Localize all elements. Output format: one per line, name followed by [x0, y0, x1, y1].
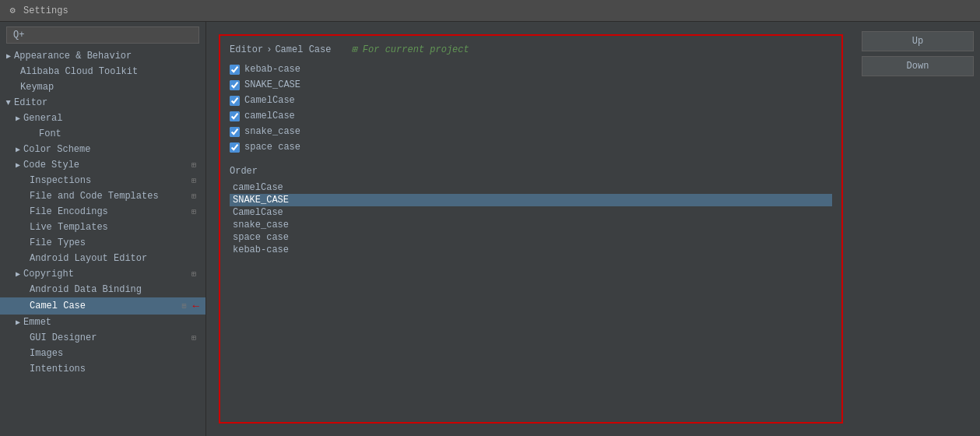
arrow-icon: ▶	[16, 145, 20, 154]
sidebar-item-color-scheme[interactable]: ▶Color Scheme	[0, 142, 205, 157]
settings-icon: ⚙	[6, 5, 19, 17]
sidebar-item-alibaba[interactable]: Alibaba Cloud Toolkit	[0, 64, 205, 79]
title-bar: ⚙ Settings	[0, 0, 980, 22]
checkbox-label-snake-case-upper: SNAKE_CASE	[244, 79, 300, 90]
sidebar-item-images[interactable]: Images	[0, 346, 205, 361]
sidebar-item-file-code-templates[interactable]: File and Code Templates⊞	[0, 188, 205, 204]
sidebar-label: Copyright	[23, 269, 74, 280]
panel-container: Editor › Camel Case ⊞ For current projec…	[206, 22, 855, 436]
checkbox-item-snake-case-upper: SNAKE_CASE	[230, 79, 832, 91]
arrow-icon: ▶	[16, 160, 20, 170]
checkbox-space-case[interactable]	[230, 142, 240, 153]
sidebar-label: General	[23, 113, 62, 124]
sidebar-label: Appearance & Behavior	[14, 51, 132, 62]
order-item-order-snake-upper[interactable]: SNAKE_CASE	[230, 194, 832, 206]
sidebar-item-keymap[interactable]: Keymap	[0, 79, 205, 95]
sidebar-label: Camel Case	[30, 301, 86, 311]
checkbox-item-snake-case-lower: snake_case	[230, 125, 832, 138]
sidebar-label: Keymap	[20, 82, 54, 93]
sidebar-item-file-encodings[interactable]: File Encodings⊞	[0, 204, 205, 220]
project-note: ⊞ For current project	[351, 44, 469, 55]
checkbox-item-camel-case-lower: camelCase	[230, 110, 832, 122]
sidebar-label: Code Style	[23, 160, 79, 171]
checkbox-camel-case-lower[interactable]	[230, 111, 240, 121]
content-wrapper: Editor › Camel Case ⊞ For current projec…	[206, 22, 980, 436]
order-item-order-snake-lower[interactable]: snake_case	[230, 219, 832, 231]
arrow-icon: ▶	[16, 114, 20, 123]
sidebar-label: Images	[30, 348, 63, 359]
sidebar-label: Inspections	[30, 175, 91, 186]
down-button[interactable]: Down	[862, 56, 974, 76]
checkbox-snake-case-lower[interactable]	[230, 127, 240, 137]
order-item-order-camel-lower[interactable]: camelCase	[230, 181, 832, 194]
sidebar-label: File and Code Templates	[30, 191, 159, 202]
breadcrumb-page: Camel Case	[275, 44, 331, 55]
sidebar-label: Android Data Binding	[30, 284, 142, 295]
breadcrumb-editor: Editor	[230, 44, 263, 55]
sidebar-item-appearance[interactable]: ▶Appearance & Behavior	[0, 48, 205, 64]
sidebar-item-file-types[interactable]: File Types	[0, 235, 205, 251]
up-button[interactable]: Up	[862, 31, 974, 51]
sidebar-label: File Encodings	[30, 206, 108, 217]
sidebar-item-camel-case[interactable]: Camel Case⊞←	[0, 297, 205, 315]
sidebar: ▶Appearance & BehaviorAlibaba Cloud Tool…	[0, 22, 206, 436]
page-icon: ⊞	[188, 175, 199, 186]
sidebar-item-android-data-binding[interactable]: Android Data Binding	[0, 282, 205, 297]
checkboxes-container: kebab-caseSNAKE_CASECamelCasecamelCasesn…	[230, 63, 832, 153]
checkbox-item-camel-case-upper: CamelCase	[230, 94, 832, 107]
sidebar-item-inspections[interactable]: Inspections⊞	[0, 173, 205, 188]
checkbox-label-space-case: space case	[244, 142, 300, 153]
sidebar-label: Android Layout Editor	[30, 253, 147, 264]
arrow-icon: ▶	[16, 269, 20, 279]
sidebar-item-editor[interactable]: ▶Editor	[0, 95, 205, 111]
checkbox-snake-case-upper[interactable]	[230, 80, 240, 90]
panel-header: Editor › Camel Case ⊞ For current projec…	[230, 44, 832, 55]
sidebar-label: File Types	[30, 237, 86, 248]
order-items-container: camelCaseSNAKE_CASECamelCasesnake_casesp…	[230, 181, 832, 256]
order-item-order-space[interactable]: space case	[230, 231, 832, 244]
page-icon: ⊞	[179, 301, 190, 311]
sidebar-item-general[interactable]: ▶General	[0, 111, 205, 126]
page-icon: ⊞	[188, 332, 199, 343]
order-section: Order camelCaseSNAKE_CASECamelCasesnake_…	[230, 166, 832, 256]
sidebar-item-live-templates[interactable]: Live Templates	[0, 220, 205, 235]
sidebar-item-emmet[interactable]: ▶Emmet	[0, 315, 205, 330]
sidebar-label: Color Scheme	[23, 144, 90, 155]
sidebar-label: Emmet	[23, 317, 51, 328]
order-label: Order	[230, 166, 832, 177]
sidebar-label: Editor	[14, 97, 47, 108]
order-item-order-camel-upper[interactable]: CamelCase	[230, 206, 832, 219]
sidebar-item-android-layout[interactable]: Android Layout Editor	[0, 251, 205, 266]
sidebar-label: Alibaba Cloud Toolkit	[20, 66, 138, 77]
checkbox-camel-case-upper[interactable]	[230, 96, 240, 106]
sidebar-nav: ▶Appearance & BehaviorAlibaba Cloud Tool…	[0, 48, 205, 377]
breadcrumb: Editor › Camel Case	[230, 44, 331, 55]
arrow-icon: ▶	[6, 51, 11, 61]
sidebar-item-font[interactable]: Font	[0, 126, 205, 142]
page-icon: ⊞	[188, 191, 199, 202]
sidebar-item-intentions[interactable]: Intentions	[0, 361, 205, 377]
breadcrumb-separator: ›	[266, 44, 272, 55]
sidebar-item-gui-designer[interactable]: GUI Designer⊞	[0, 330, 205, 346]
sidebar-label: Intentions	[30, 364, 86, 374]
page-icon: ⊞	[188, 206, 199, 217]
checkbox-item-kebab-case: kebab-case	[230, 63, 832, 76]
checkbox-item-space-case: space case	[230, 141, 832, 153]
sidebar-item-code-style[interactable]: ▶Code Style⊞	[0, 157, 205, 173]
search-input[interactable]	[6, 26, 199, 44]
checkbox-label-camel-case-lower: camelCase	[244, 111, 295, 121]
sidebar-label: Live Templates	[30, 222, 108, 233]
sidebar-item-copyright[interactable]: ▶Copyright⊞	[0, 266, 205, 282]
checkbox-label-snake-case-lower: snake_case	[244, 126, 300, 137]
page-icon: ⊞	[188, 160, 199, 171]
checkbox-label-kebab-case: kebab-case	[244, 64, 300, 75]
order-item-order-kebab[interactable]: kebab-case	[230, 244, 832, 256]
sidebar-label: Font	[39, 128, 61, 139]
window-title: Settings	[23, 5, 68, 16]
checkbox-label-camel-case-upper: CamelCase	[244, 95, 295, 106]
main-layout: ▶Appearance & BehaviorAlibaba Cloud Tool…	[0, 22, 980, 436]
sidebar-label: GUI Designer	[30, 332, 97, 343]
checkbox-kebab-case[interactable]	[230, 65, 240, 75]
arrow-icon: ▶	[4, 100, 13, 105]
selected-arrow-icon: ←	[193, 300, 199, 312]
